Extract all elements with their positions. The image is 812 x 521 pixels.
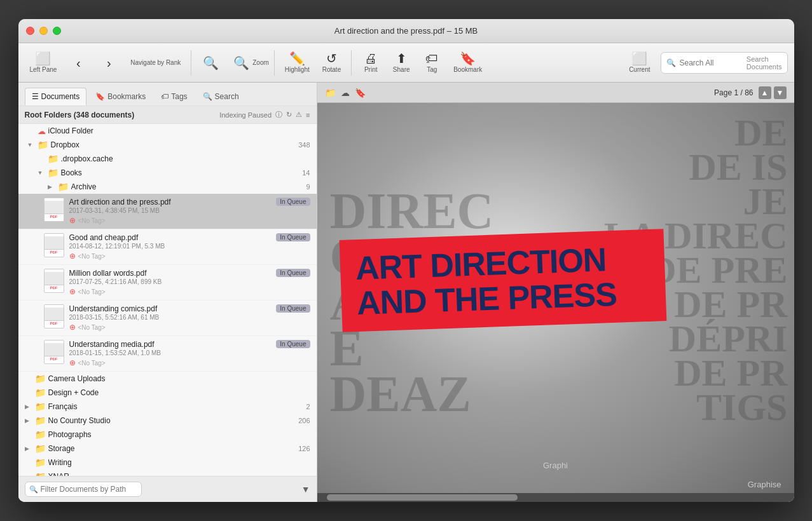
queue-badge-good: In Queue (276, 233, 310, 241)
pdf-meta-good: 2014-08-12, 12:19:01 PM, 5.3 MB (69, 243, 272, 250)
pdf-name-million: Million dollar words.pdf (69, 269, 272, 278)
tab-search[interactable]: 🔍 Search (196, 88, 245, 105)
tag-button[interactable]: 🏷 Tag (418, 50, 446, 76)
search-tab-icon: 🔍 (203, 92, 212, 101)
close-button[interactable] (26, 27, 34, 35)
no-country-label: No Country Studio (48, 416, 291, 425)
tree-item-camera[interactable]: 📁 Camera Uploads (18, 372, 317, 386)
share-icon: ⬆ (396, 52, 407, 65)
search-input[interactable] (680, 58, 743, 67)
dropbox-label: Dropbox (51, 140, 291, 149)
bookmark-label: Bookmark (453, 66, 482, 73)
tag-label-media: <No Tag> (78, 360, 106, 367)
rotate-button[interactable]: ↺ Rotate (317, 50, 346, 76)
left-pane-label: Left Pane (30, 66, 57, 73)
pdf-item-art-direction[interactable]: PDF Art direction and the press.pdf 2017… (18, 194, 317, 229)
design-label: Design + Code (48, 388, 310, 397)
indexing-label: Indexing Paused (219, 111, 272, 119)
highlight-label: Highlight (285, 66, 310, 73)
cache-label: .dropbox.cache (61, 154, 310, 163)
current-button[interactable]: ⬜ Current (624, 50, 655, 76)
tag-plus-icon4[interactable]: ⊕ (69, 323, 76, 332)
pdf-item-million[interactable]: PDF Million dollar words.pdf 2017-07-25,… (18, 265, 317, 301)
pdf-item-comics[interactable]: PDF Understanding comics.pdf 2018-03-15,… (18, 301, 317, 336)
search-box[interactable]: 🔍 Search Documents (661, 52, 788, 74)
filter-input[interactable] (25, 482, 142, 497)
francais-arrow: ▶ (25, 403, 32, 410)
next-page-button[interactable]: ▼ (774, 86, 787, 99)
no-country-count: 206 (293, 417, 310, 424)
tree-item-storage[interactable]: ▶ 📁 Storage 126 (18, 442, 317, 456)
highlight-icon: ✏️ (289, 52, 305, 65)
menu-icon[interactable]: ≡ (306, 111, 310, 119)
forward-icon: › (107, 57, 111, 69)
tree-item-xnar[interactable]: 📁 XNAR (18, 470, 317, 476)
pdf-name-art: Art direction and the press.pdf (69, 198, 272, 206)
books-arrow: ▼ (38, 170, 45, 176)
toolbar: ⬜ Left Pane ‹ › Navigate by Rank 🔍 🔍 Zoo… (18, 43, 794, 83)
pdf-tag-good: ⊕ <No Tag> (69, 252, 272, 260)
tree-item-archive[interactable]: ▶ 📁 Archive 9 (18, 180, 317, 194)
sidebar-header: Root Folders (348 documents) Indexing Pa… (18, 106, 317, 124)
tree-item-francais[interactable]: ▶ 📁 Français 2 (18, 400, 317, 414)
dropbox-arrow: ▼ (27, 142, 35, 148)
zoom-out-button[interactable]: 🔍 (196, 54, 224, 72)
pdf-info-comics: Understanding comics.pdf 2018-03-15, 5:5… (69, 304, 272, 332)
pdf-thumbnail-comics: PDF (44, 304, 64, 328)
print-label: Print (364, 66, 378, 73)
main-window: Art direction and the press.pdf – 15 MB … (18, 19, 794, 502)
tree-item-cache[interactable]: 📁 .dropbox.cache (18, 152, 317, 166)
filter-wrap: 🔍 (25, 482, 296, 497)
print-button[interactable]: 🖨 Print (357, 50, 385, 76)
tag-plus-icon5[interactable]: ⊕ (69, 358, 76, 367)
highlight-button[interactable]: ✏️ Highlight (280, 50, 315, 76)
refresh-icon[interactable]: ↻ (286, 111, 292, 119)
info-icon[interactable]: ⓘ (275, 110, 282, 119)
tab-search-label: Search (215, 92, 239, 101)
left-pane-button[interactable]: ⬜ Left Pane (25, 50, 62, 76)
tag-plus-icon2[interactable]: ⊕ (69, 252, 76, 260)
dropbox-count: 348 (293, 141, 310, 149)
tree-item-icloud[interactable]: ☁ iCloud Folder (18, 124, 317, 138)
scrollbar-area[interactable] (317, 493, 794, 502)
file-tree: ☁ iCloud Folder ▼ 📁 Dropbox 348 📁 .drop (18, 124, 317, 476)
tree-item-books[interactable]: ▼ 📁 Books 14 (18, 166, 317, 180)
viewer-folder-icon[interactable]: 📁 (325, 88, 336, 98)
sidebar: ☰ Documents 🔖 Bookmarks 🏷 Tags 🔍 Search (18, 83, 317, 502)
queue-badge-art: In Queue (276, 198, 310, 206)
tag-plus-icon3[interactable]: ⊕ (69, 287, 76, 296)
tree-item-dropbox[interactable]: ▼ 📁 Dropbox 348 (18, 138, 317, 152)
pdf-name-good: Good and cheap.pdf (69, 233, 272, 242)
current-icon: ⬜ (631, 52, 647, 65)
maximize-button[interactable] (53, 27, 61, 35)
tree-item-photographs[interactable]: 📁 Photographs (18, 428, 317, 442)
tab-documents-label: Documents (41, 92, 80, 101)
scrollbar-thumb[interactable] (327, 494, 518, 501)
pdf-item-media[interactable]: PDF Understanding media.pdf 2018-01-15, … (18, 336, 317, 372)
tab-documents[interactable]: ☰ Documents (25, 88, 87, 105)
tag-plus-icon[interactable]: ⊕ (69, 216, 76, 225)
sep2 (274, 50, 275, 76)
minimize-button[interactable] (39, 27, 48, 35)
tree-item-no-country[interactable]: ▶ 📁 No Country Studio 206 (18, 414, 317, 428)
tree-item-writing[interactable]: 📁 Writing (18, 456, 317, 470)
francais-count: 2 (301, 403, 310, 410)
tab-tags[interactable]: 🏷 Tags (155, 88, 193, 105)
bookmark-button[interactable]: 🔖 Bookmark (448, 50, 487, 76)
writing-label: Writing (48, 458, 310, 467)
writing-folder-icon: 📁 (35, 457, 46, 468)
tree-item-design[interactable]: 📁 Design + Code (18, 386, 317, 400)
navigate-forward-button[interactable]: › (95, 54, 123, 72)
viewer-bookmark-icon[interactable]: 🔖 (355, 88, 366, 98)
tag-label-million: <No Tag> (78, 288, 106, 295)
pdf-tag-art: ⊕ <No Tag> (69, 216, 272, 225)
navigate-back-button[interactable]: ‹ (64, 54, 92, 72)
pdf-item-good-cheap[interactable]: PDF Good and cheap.pdf 2014-08-12, 12:19… (18, 229, 317, 265)
camera-folder-icon: 📁 (35, 374, 46, 384)
tab-bookmarks[interactable]: 🔖 Bookmarks (89, 88, 152, 105)
share-button[interactable]: ⬆ Share (387, 50, 415, 76)
back-icon: ‹ (76, 57, 81, 69)
zoom-in-button[interactable]: 🔍 (227, 54, 255, 72)
filter-options-icon[interactable]: ▼ (301, 484, 310, 494)
prev-page-button[interactable]: ▲ (759, 86, 771, 99)
